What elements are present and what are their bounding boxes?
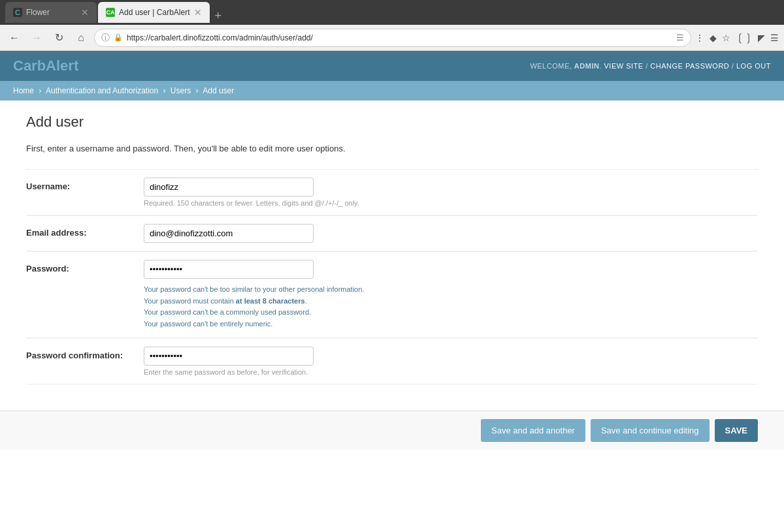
password-confirm-input[interactable] — [144, 347, 314, 366]
password-confirm-row: Password confirmation: Enter the same pa… — [26, 338, 758, 384]
password-hints: Your password can't be too similar to yo… — [144, 284, 758, 330]
tab-flower[interactable]: C Flower ✕ — [5, 2, 97, 23]
save-continue-button[interactable]: Save and continue editing — [591, 419, 710, 442]
email-label: Email address: — [26, 224, 131, 238]
extensions-icon[interactable]: ⋮ — [695, 33, 704, 43]
breadcrumb-users[interactable]: Users — [171, 86, 191, 95]
password-label: Password: — [26, 260, 131, 274]
intro-text: First, enter a username and password. Th… — [26, 144, 758, 153]
password-field-wrap: Your password can't be too similar to yo… — [144, 260, 758, 330]
carbalert-tab-close[interactable]: ✕ — [194, 8, 202, 17]
user-tools: WELCOME, ADMIN. VIEW SITE / CHANGE PASSW… — [530, 62, 771, 70]
password-input[interactable] — [144, 260, 314, 279]
new-tab-button[interactable]: + — [211, 9, 226, 23]
hint-4: Your password can't be entirely numeric. — [144, 319, 758, 330]
password-confirm-help: Enter the same password as before, for v… — [144, 368, 758, 376]
divider-4 — [26, 384, 758, 384]
password-confirm-label: Password confirmation: — [26, 347, 131, 360]
url-input[interactable] — [127, 33, 672, 42]
view-site-link[interactable]: VIEW SITE — [604, 62, 644, 70]
hint-1: Your password can't be too similar to yo… — [144, 284, 758, 296]
bookmark-icon[interactable]: ◆ — [710, 33, 717, 43]
flower-tab-close[interactable]: ✕ — [81, 8, 89, 17]
save-add-another-button[interactable]: Save and add another — [481, 419, 585, 442]
breadcrumb-sep-1: › — [39, 86, 41, 95]
hint-3: Your password can't be a commonly used p… — [144, 307, 758, 319]
welcome-prefix: WELCOME, — [530, 62, 572, 70]
history-icon[interactable]: ❲❳ — [736, 31, 753, 44]
hint-2-bold: at least 8 characters — [236, 297, 305, 305]
breadcrumb-auth[interactable]: Authentication and Authorization — [46, 86, 158, 95]
password-row: Password: Your password can't be too sim… — [26, 251, 758, 337]
email-field-wrap — [144, 224, 758, 243]
log-out-link[interactable]: LOG OUT — [736, 62, 771, 70]
home-button[interactable]: ⌂ — [72, 29, 90, 47]
email-input[interactable] — [144, 224, 314, 243]
flower-tab-icon: C — [13, 8, 22, 17]
reload-button[interactable]: ↻ — [50, 29, 68, 47]
admin-header: CarbAlert WELCOME, ADMIN. VIEW SITE / CH… — [0, 51, 784, 81]
address-bar[interactable]: ⓘ 🔒 ☰ — [94, 29, 691, 47]
browser-toolbar: ← → ↻ ⌂ ⓘ 🔒 ☰ ⋮ ◆ ☆ ❲❳ ◤ ☰ — [0, 25, 784, 51]
username-label: Username: — [26, 178, 131, 191]
username-input[interactable] — [144, 178, 314, 196]
star-icon[interactable]: ☆ — [722, 33, 730, 43]
tab-carbalert[interactable]: CA Add user | CarbAlert ✕ — [98, 2, 210, 23]
back-button[interactable]: ← — [5, 29, 24, 47]
browser-chrome: C Flower ✕ CA Add user | CarbAlert ✕ + — [0, 0, 784, 25]
carbalert-tab-label: Add user | CarbAlert — [119, 8, 190, 17]
hint-2: Your password must contain at least 8 ch… — [144, 296, 758, 307]
change-password-link[interactable]: CHANGE PASSWORD — [650, 62, 729, 70]
breadcrumb-sep-2: › — [163, 86, 166, 95]
main-content: Add user First, enter a username and pas… — [0, 101, 784, 398]
info-icon: ⓘ — [101, 32, 110, 44]
flower-tab-label: Flower — [26, 8, 50, 17]
username-row: Username: Required. 150 characters or fe… — [26, 170, 758, 215]
toolbar-right: ⋮ ◆ ☆ ❲❳ ◤ ☰ — [695, 31, 779, 44]
page-action-icon[interactable]: ☰ — [676, 33, 684, 42]
username-help: Required. 150 characters or fewer. Lette… — [144, 199, 758, 207]
page-title: Add user — [26, 114, 758, 131]
site-name[interactable]: CarbAlert — [13, 57, 78, 74]
sidebar-toggle-icon[interactable]: ◤ — [758, 33, 765, 43]
breadcrumb-current: Add user — [203, 86, 234, 95]
breadcrumb-sep-3: › — [196, 86, 199, 95]
browser-tabs: C Flower ✕ CA Add user | CarbAlert ✕ + — [5, 2, 779, 23]
lock-icon: 🔒 — [114, 33, 123, 42]
admin-username: ADMIN — [574, 62, 600, 70]
forward-button[interactable]: → — [27, 29, 46, 47]
email-row: Email address: — [26, 215, 758, 251]
submit-row: Save and add another Save and continue e… — [0, 411, 784, 450]
carbalert-tab-icon: CA — [106, 8, 115, 17]
password-confirm-field-wrap: Enter the same password as before, for v… — [144, 347, 758, 376]
username-field-wrap: Required. 150 characters or fewer. Lette… — [144, 178, 758, 207]
menu-icon[interactable]: ☰ — [770, 33, 779, 43]
save-button[interactable]: SAVE — [715, 419, 758, 442]
breadcrumb: Home › Authentication and Authorization … — [0, 81, 784, 101]
breadcrumb-home[interactable]: Home — [13, 86, 34, 95]
